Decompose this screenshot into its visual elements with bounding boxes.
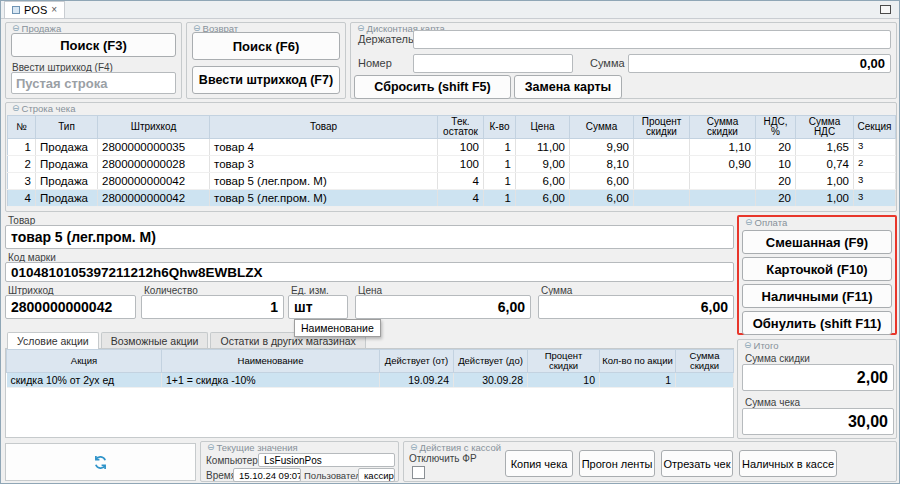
table-cell[interactable]: 6,00 (516, 173, 570, 190)
collapse-icon[interactable]: ⊖ (207, 443, 215, 452)
table-row-selected[interactable]: 4 Продажа 2800000000042 товар 5 (лег.про… (8, 190, 896, 207)
table-cell[interactable]: 8,10 (570, 156, 634, 173)
table-cell[interactable]: Продажа (36, 156, 98, 173)
column-header[interactable]: Цена (516, 116, 570, 139)
card-sum-value[interactable]: 0,00 (628, 54, 891, 73)
table-cell[interactable]: 20 (756, 190, 796, 207)
column-header[interactable]: Акция (7, 350, 162, 373)
payment-cash-button[interactable]: Наличными (F11) (742, 284, 892, 308)
column-header[interactable]: Тек. остаток (438, 116, 484, 139)
column-header[interactable]: Действует (до) (454, 350, 528, 373)
column-header[interactable]: Сумма (570, 116, 634, 139)
return-barcode-button[interactable]: Ввести штрихкод (F7) (192, 66, 340, 94)
table-cell[interactable]: Продажа (36, 139, 98, 156)
table-cell[interactable]: скидка 10% от 2ух ед (7, 373, 162, 388)
tab-promo-condition[interactable]: Условие акции (7, 332, 99, 349)
table-row-selected[interactable]: скидка 10% от 2ух ед 1+1 = скидка -10% 1… (7, 373, 734, 388)
column-header[interactable]: Тип (36, 116, 98, 139)
column-header[interactable]: № (8, 116, 36, 139)
collapse-icon[interactable]: ⊖ (357, 24, 365, 33)
column-header[interactable]: Штрихкод (98, 116, 210, 139)
table-cell[interactable]: 1 (484, 190, 516, 207)
window-restore-icon[interactable] (880, 5, 891, 14)
payment-card-button[interactable]: Карточкой (F10) (742, 257, 892, 281)
return-search-button[interactable]: Поиск (F6) (192, 32, 340, 60)
tab-promo-possible[interactable]: Возможные акции (101, 332, 209, 349)
collapse-icon[interactable]: ⊖ (745, 218, 753, 227)
table-cell[interactable] (634, 173, 690, 190)
table-cell[interactable]: 10 (528, 373, 600, 388)
table-row[interactable]: 3 Продажа 2800000000042 товар 5 (лег.про… (8, 173, 896, 190)
table-cell[interactable]: 4 (8, 190, 36, 207)
tab-pos[interactable]: POS × (4, 1, 65, 18)
table-cell[interactable]: Продажа (36, 173, 98, 190)
column-header[interactable]: Секция (854, 116, 896, 139)
user-value[interactable]: кассир маг 1 (358, 468, 395, 482)
table-cell[interactable]: 9,00 (516, 156, 570, 173)
refresh-icon[interactable] (92, 454, 109, 471)
table-cell[interactable] (690, 173, 756, 190)
computer-value[interactable]: LsFusionPos (258, 453, 395, 467)
table-row[interactable]: 1 Продажа 2800000000035 товар 4 100 1 11… (8, 139, 896, 156)
column-header[interactable]: Сумма скидки (676, 350, 734, 373)
collapse-icon[interactable]: ⊖ (12, 104, 20, 113)
column-header[interactable]: НДС, % (756, 116, 796, 139)
table-cell[interactable]: 20 (756, 173, 796, 190)
column-header[interactable]: Кол-во по акции (600, 350, 676, 373)
table-cell[interactable]: 1,00 (796, 190, 854, 207)
card-number-input[interactable] (413, 54, 573, 73)
table-cell[interactable]: 0,74 (796, 156, 854, 173)
barcode-value[interactable]: 2800000000042 (5, 295, 136, 319)
table-cell[interactable]: товар 4 (210, 139, 438, 156)
table-cell[interactable]: 9,90 (570, 139, 634, 156)
table-cell[interactable]: 1+1 = скидка -10% (162, 373, 380, 388)
table-cell[interactable]: 3 (854, 173, 896, 190)
total-receipt-value[interactable]: 30,00 (742, 408, 894, 435)
table-cell[interactable]: 1 (600, 373, 676, 388)
cut-receipt-button[interactable]: Отрезать чек (661, 450, 733, 477)
refresh-panel[interactable] (5, 443, 196, 481)
table-cell[interactable] (634, 156, 690, 173)
line-sum-value[interactable]: 6,00 (538, 295, 734, 319)
table-cell[interactable]: 2800000000042 (98, 173, 210, 190)
payment-reset-button[interactable]: Обнулить (shift F11) (742, 311, 892, 335)
table-cell[interactable]: 0,90 (690, 156, 756, 173)
column-header[interactable]: Товар (210, 116, 438, 139)
quantity-value[interactable]: 1 (141, 295, 284, 319)
total-discount-value[interactable]: 2,00 (742, 364, 894, 391)
table-cell[interactable] (690, 190, 756, 207)
card-replace-button[interactable]: Замена карты (514, 75, 622, 99)
mark-code-value[interactable]: 0104810105397211212h6Qhw8EWBLZX (5, 262, 734, 282)
table-cell[interactable]: 1 (484, 139, 516, 156)
table-cell[interactable]: 4 (438, 173, 484, 190)
disable-fr-checkbox[interactable] (412, 466, 425, 479)
tape-run-button[interactable]: Прогон ленты (579, 450, 655, 477)
card-holder-input[interactable] (413, 30, 891, 49)
tab-close-icon[interactable]: × (51, 5, 57, 15)
table-cell[interactable]: товар 3 (210, 156, 438, 173)
column-header[interactable]: Сумма скидки (690, 116, 756, 139)
table-cell[interactable] (676, 373, 734, 388)
table-cell[interactable]: товар 5 (лег.пром. М) (210, 173, 438, 190)
column-header[interactable]: Процент скидки (634, 116, 690, 139)
card-reset-button[interactable]: Сбросить (shift F5) (354, 75, 511, 99)
table-cell[interactable]: 1 (8, 139, 36, 156)
table-cell[interactable]: 10 (756, 156, 796, 173)
table-cell[interactable]: 100 (438, 139, 484, 156)
sale-barcode-input[interactable] (11, 72, 176, 94)
table-cell[interactable]: 2800000000042 (98, 190, 210, 207)
table-cell[interactable]: 2 (8, 156, 36, 173)
table-cell[interactable]: 3 (854, 190, 896, 207)
table-cell[interactable]: 19.09.24 (380, 373, 454, 388)
table-cell[interactable]: 100 (438, 156, 484, 173)
column-header[interactable]: К-во (484, 116, 516, 139)
collapse-icon[interactable]: ⊖ (410, 443, 418, 452)
column-header[interactable]: Сумма НДС (796, 116, 854, 139)
column-header[interactable]: Действует (от) (380, 350, 454, 373)
payment-mixed-button[interactable]: Смешанная (F9) (742, 230, 892, 254)
table-cell[interactable]: 4 (438, 190, 484, 207)
table-cell[interactable]: 1,00 (796, 173, 854, 190)
column-header[interactable]: Процент скидки (528, 350, 600, 373)
cash-in-drawer-button[interactable]: Наличных в кассе (739, 450, 837, 477)
table-cell[interactable]: 30.09.28 (454, 373, 528, 388)
